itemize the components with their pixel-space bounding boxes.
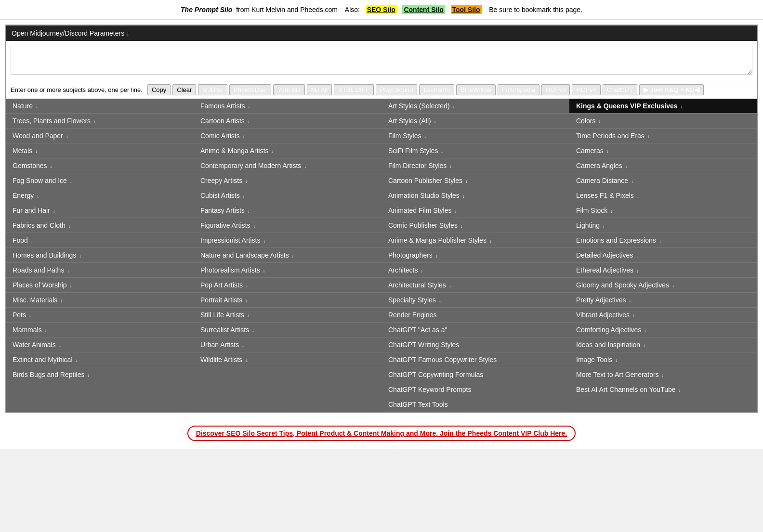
cat-wildlife[interactable]: Wildlife Artists ↓	[194, 352, 382, 367]
cat-camera-distance[interactable]: Camera Distance ↓	[569, 173, 757, 188]
cat-nature[interactable]: Nature ↓	[6, 99, 194, 114]
cat-cartoon-artists[interactable]: Cartoon Artists ↓	[194, 114, 382, 129]
dropdown-bar[interactable]: Open Midjourney/Discord Parameters ↓	[6, 26, 757, 41]
hofv3-button[interactable]: HOFv3	[541, 84, 570, 95]
cat-art-all[interactable]: Art Styles (All) ↓	[382, 114, 569, 129]
cat-kings-queens[interactable]: Kings & Queens VIP Exclusives ↓	[569, 99, 757, 114]
cat-chatgpt-writing[interactable]: ChatGPT Writing Styles	[382, 337, 569, 352]
cat-chatgpt-formulas[interactable]: ChatGPT Copywriting Formulas	[382, 367, 569, 382]
cat-lenses[interactable]: Lenses F1 & Pixels ↓	[569, 188, 757, 203]
cat-fog[interactable]: Fog Snow and Ice ↓	[6, 173, 194, 188]
cat-urban[interactable]: Urban Artists ↓	[194, 337, 382, 352]
cat-photorealism[interactable]: Photorealism Artists ↓	[194, 263, 382, 278]
cat-cartoon-publisher[interactable]: Cartoon Publisher Styles ↓	[382, 173, 569, 188]
cat-image-tools[interactable]: Image Tools ↓	[569, 352, 757, 367]
cat-ideas[interactable]: Ideas and Inspiriation ↓	[569, 337, 757, 352]
tool-silo-link[interactable]: Tool Silo	[451, 5, 482, 14]
cat-pretty-adj[interactable]: Pretty Adjectives ↓	[569, 293, 757, 308]
cat-nature-landscape[interactable]: Nature and Landscape Artists ↓	[194, 248, 382, 263]
cat-food[interactable]: Food ↓	[6, 233, 194, 248]
cat-famous-artists[interactable]: Famous Artists ↓	[194, 99, 382, 114]
cat-more-generators[interactable]: More Text to Art Generators ↓	[569, 367, 757, 382]
hofv4-button[interactable]: HOFv4	[572, 84, 600, 95]
cat-energy[interactable]: Energy ↓	[6, 188, 194, 203]
cat-vibrant-adj[interactable]: Vibrant Adjectives ↓	[569, 308, 757, 323]
cat-emotions[interactable]: Emotions and Expressions ↓	[569, 233, 757, 248]
cat-lighting[interactable]: Lighting ↓	[569, 218, 757, 233]
seo-silo-link[interactable]: SEO Silo	[366, 5, 397, 14]
cat-pets[interactable]: Pets ↓	[6, 308, 194, 323]
cat-specialty[interactable]: Specialty Styles ↓	[382, 293, 569, 308]
cat-gloomy-adj[interactable]: Gloomy and Spooky Adjectives ↓	[569, 278, 757, 293]
cat-cubist[interactable]: Cubist Artists ↓	[194, 188, 382, 203]
cat-camera-angles[interactable]: Camera Angles ↓	[569, 158, 757, 173]
cat-trees[interactable]: Trees, Plants and Flowers ↓	[6, 114, 194, 129]
cat-roads[interactable]: Roads and Paths ↓	[6, 263, 194, 278]
cat-cameras[interactable]: Cameras ↓	[569, 143, 757, 158]
cat-gemstones[interactable]: Gemstones ↓	[6, 158, 194, 173]
pheedsdisc-button[interactable]: PheedsDisc	[229, 84, 271, 95]
cat-wood[interactable]: Wood and Paper ↓	[6, 129, 194, 143]
cat-scifi-film[interactable]: SciFi Film Styles ↓	[382, 143, 569, 158]
cat-render-engines[interactable]: Render Engines	[382, 308, 569, 323]
bluewillow-button[interactable]: BlueWillow	[456, 84, 496, 95]
cat-detailed-adj[interactable]: Detailed Adjectives ↓	[569, 248, 757, 263]
cat-still-life[interactable]: Still Life Artists ↓	[194, 308, 382, 323]
mjdisc-button[interactable]: MJDisc	[198, 84, 227, 95]
cat-film-stock[interactable]: Film Stock ↓	[569, 203, 757, 218]
cat-comic-publisher[interactable]: Comic Publisher Styles ↓	[382, 218, 569, 233]
cat-anime-publisher[interactable]: Anime & Manga Publisher Styles ↓	[382, 233, 569, 248]
futurepedia-button[interactable]: Futurepedia	[498, 84, 539, 95]
footer-link[interactable]: Discover SEO Silo Secret Tips, Potent Pr…	[187, 426, 576, 441]
cat-ethereal-adj[interactable]: Ethereal Adjectives ↓	[569, 263, 757, 278]
cat-creepy[interactable]: Creepy Artists ↓	[194, 173, 382, 188]
cat-comforting-adj[interactable]: Comforting Adjectives ↓	[569, 323, 757, 337]
cat-chatgpt-keyword[interactable]: ChatGPT Keyword Prompts	[382, 382, 569, 397]
cat-worship[interactable]: Places of Worship ↓	[6, 278, 194, 293]
cat-anime-artists[interactable]: Anime & Manga Artists ↓	[194, 143, 382, 158]
cat-film-director[interactable]: Film Director Styles ↓	[382, 158, 569, 173]
cat-time-periods[interactable]: Time Periods and Eras ↓	[569, 129, 757, 143]
cat-metals[interactable]: Metals ↓	[6, 143, 194, 158]
cat-animated-film[interactable]: Animated Film Styles ↓	[382, 203, 569, 218]
content-silo-link[interactable]: Content Silo	[402, 5, 445, 14]
cat-animation-studio[interactable]: Animation Studio Styles ↓	[382, 188, 569, 203]
cat-art-selected[interactable]: Art Styles (Selected) ↓	[382, 99, 569, 114]
cat-chatgpt-act[interactable]: ChatGPT "Act as a"	[382, 323, 569, 337]
copy-button[interactable]: Copy	[147, 84, 171, 95]
cat-photographers[interactable]: Photographers ↓	[382, 248, 569, 263]
leonardo-button[interactable]: Leonardo	[419, 84, 454, 95]
mjall-button[interactable]: MJ All	[307, 84, 332, 95]
cat-colors[interactable]: Colors ↓	[569, 114, 757, 129]
cat-misc[interactable]: Misc. Materials ↓	[6, 293, 194, 308]
cat-architects[interactable]: Architects ↓	[382, 263, 569, 278]
yourmj-button[interactable]: Your MJ	[273, 84, 304, 95]
join-button[interactable]: ▶ Join K&Q + MJ◀	[639, 84, 704, 95]
cat-extinct[interactable]: Extinct and Mythical ↓	[6, 352, 194, 367]
cat-architectural-styles[interactable]: Architectural Styles ↓	[382, 278, 569, 293]
stbldiff-button[interactable]: STBL DIFF	[334, 84, 374, 95]
cat-fur[interactable]: Fur and Hair ↓	[6, 203, 194, 218]
cat-impressionist[interactable]: Impressionist Artists ↓	[194, 233, 382, 248]
cat-pop-art[interactable]: Pop Art Artists ↓	[194, 278, 382, 293]
cat-chatgpt-copywriter[interactable]: ChatGPT Famous Copywriter Styles	[382, 352, 569, 367]
cat-birds[interactable]: Birds Bugs and Reptiles ↓	[6, 367, 194, 382]
cat-portrait[interactable]: Portrait Artists ↓	[194, 293, 382, 308]
category-column-4: Kings & Queens VIP Exclusives ↓ Colors ↓…	[569, 99, 757, 412]
cat-mammals[interactable]: Mammals ↓	[6, 323, 194, 337]
cat-figurative[interactable]: Figurative Artists ↓	[194, 218, 382, 233]
cat-youtube[interactable]: Best AI Art Channels on YouTube ↓	[569, 382, 757, 397]
cat-film-styles[interactable]: Film Styles ↓	[382, 129, 569, 143]
cat-chatgpt-text[interactable]: ChatGPT Text Tools	[382, 397, 569, 412]
cat-fantasy[interactable]: Fantasy Artists ↓	[194, 203, 382, 218]
subject-input[interactable]	[11, 46, 752, 75]
clear-button[interactable]: Clear	[172, 84, 196, 95]
cat-surrealist[interactable]: Surrealist Artists ↓	[194, 323, 382, 337]
cat-comic-artists[interactable]: Comic Artists ↓	[194, 129, 382, 143]
cat-homes[interactable]: Homes and Buildings ↓	[6, 248, 194, 263]
cat-water-animals[interactable]: Water Animals ↓	[6, 337, 194, 352]
playground-button[interactable]: PlayGround	[376, 84, 418, 95]
cat-fabrics[interactable]: Fabrics and Cloth ↓	[6, 218, 194, 233]
cat-contemporary[interactable]: Contemporary and Modern Artists ↓	[194, 158, 382, 173]
chatgpt-button[interactable]: ChatGPT	[603, 84, 637, 95]
